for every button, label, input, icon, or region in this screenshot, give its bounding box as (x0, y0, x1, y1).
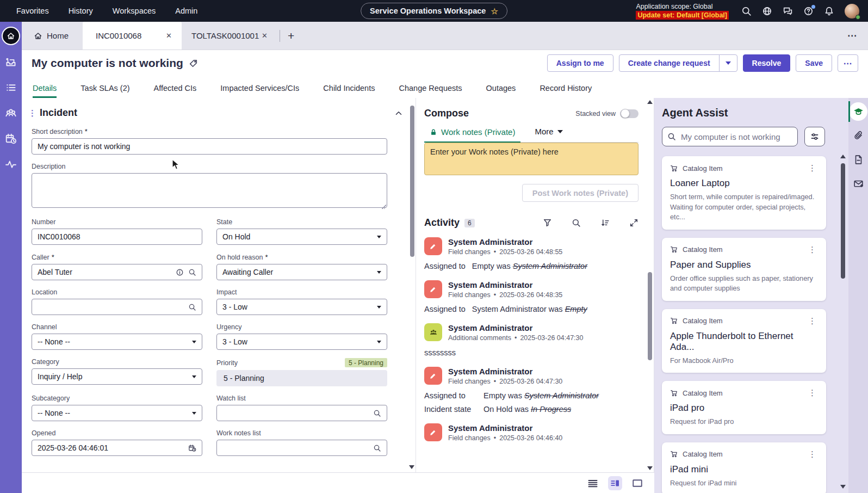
close-tab-icon[interactable]: ✕ (259, 30, 270, 41)
view-list-icon[interactable] (586, 476, 600, 490)
card-title[interactable]: Loaner Laptop (670, 178, 818, 189)
catalog-item-card[interactable]: Catalog Item ⋮ iPad pro Request for iPad… (662, 381, 826, 434)
category-select[interactable]: Inquiry / Help (32, 368, 202, 385)
watch-list-field[interactable] (216, 405, 387, 421)
tab-record-history[interactable]: Record History (540, 84, 592, 98)
tab-change-requests[interactable]: Change Requests (399, 84, 462, 98)
filter-icon[interactable] (543, 218, 552, 227)
opened-field[interactable]: 2025-03-26 04:46:01 (32, 440, 202, 456)
card-menu-icon[interactable]: ⋮ (807, 316, 818, 326)
tab-home[interactable]: Home (22, 22, 83, 50)
tab-toltask0001001[interactable]: TOLTASK0001001 ✕ (182, 22, 275, 50)
drag-handle-icon[interactable]: ⋮ (28, 108, 35, 118)
sidebar-schedule-icon[interactable] (5, 133, 17, 145)
new-tab-button[interactable]: + (284, 29, 297, 42)
search-icon[interactable] (373, 409, 381, 417)
rail-attachments-icon[interactable] (849, 126, 867, 145)
create-change-request-button[interactable]: Create change request (619, 54, 720, 72)
card-menu-icon[interactable]: ⋮ (807, 245, 818, 255)
card-title[interactable]: iPad pro (670, 403, 818, 414)
scrollbar-thumb[interactable] (410, 106, 414, 257)
urgency-select[interactable]: 3 - Low (216, 334, 387, 350)
scroll-down-icon[interactable] (840, 485, 846, 489)
scrollbar-thumb[interactable] (841, 163, 845, 279)
close-tab-icon[interactable]: ✕ (164, 30, 174, 41)
activity-author[interactable]: System Administrator (448, 237, 562, 246)
search-icon[interactable] (741, 6, 752, 16)
tag-icon[interactable] (189, 59, 198, 68)
tab-child-incidents[interactable]: Child Incidents (323, 84, 375, 98)
catalog-item-card[interactable]: Catalog Item ⋮ iPad mini Request for iPa… (662, 442, 826, 493)
card-title[interactable]: Apple Thunderbolt to Ethernet Ada... (670, 331, 818, 353)
subcategory-select[interactable]: -- None -- (32, 405, 202, 421)
resize-handle[interactable] (382, 205, 386, 209)
scroll-down-icon[interactable] (647, 466, 653, 470)
caller-field[interactable]: Abel Tuter (32, 264, 202, 280)
compose-more-tab[interactable]: More (520, 127, 568, 142)
rail-agent-assist-icon[interactable] (849, 102, 867, 121)
tab-impacted-services[interactable]: Impacted Services/CIs (220, 84, 299, 98)
impact-select[interactable]: 3 - Low (216, 299, 387, 315)
info-icon[interactable] (176, 268, 184, 276)
activity-author[interactable]: System Administrator (448, 367, 562, 376)
scroll-up-icon[interactable] (647, 100, 653, 104)
sidebar-home-icon[interactable] (2, 27, 20, 45)
card-menu-icon[interactable]: ⋮ (807, 388, 818, 398)
calendar-icon[interactable] (188, 444, 196, 452)
save-button[interactable]: Save (796, 54, 832, 72)
catalog-item-card[interactable]: Catalog Item ⋮ Paper and Supplies Order … (662, 238, 826, 301)
agent-assist-search-input[interactable] (662, 127, 798, 146)
agent-assist-settings-button[interactable] (804, 127, 825, 146)
form-scrollbar[interactable] (409, 100, 415, 470)
nav-favorites[interactable]: Favorites (16, 7, 49, 15)
search-icon[interactable] (373, 444, 381, 452)
rail-email-icon[interactable] (849, 174, 867, 193)
catalog-item-card[interactable]: Catalog Item ⋮ Loaner Laptop Short term,… (662, 156, 826, 230)
view-split-icon[interactable] (608, 476, 622, 490)
scroll-down-icon[interactable] (409, 465, 414, 469)
card-title[interactable]: Paper and Supplies (670, 260, 818, 270)
assign-to-me-button[interactable]: Assign to me (547, 54, 613, 72)
change-request-dropdown-button[interactable] (719, 54, 737, 72)
search-icon[interactable] (188, 268, 196, 276)
card-title[interactable]: iPad mini (670, 464, 818, 475)
sidebar-contacts-icon[interactable] (5, 107, 17, 119)
sidebar-activity-icon[interactable] (5, 158, 17, 170)
collapse-section-icon[interactable] (394, 108, 404, 118)
description-input[interactable] (32, 173, 387, 208)
work-notes-input[interactable] (424, 143, 638, 175)
user-avatar[interactable] (845, 4, 859, 19)
tab-details[interactable]: Details (33, 84, 57, 98)
globe-icon[interactable] (762, 6, 772, 16)
nav-admin[interactable]: Admin (175, 7, 197, 15)
short-description-input[interactable]: My computer is not working (32, 138, 387, 155)
catalog-item-card[interactable]: Catalog Item ⋮ Apple Thunderbolt to Ethe… (662, 309, 826, 373)
compose-tab-work-notes[interactable]: Work notes (Private) (424, 127, 520, 143)
sidebar-lists-icon[interactable] (5, 82, 17, 94)
stacked-view-toggle[interactable] (620, 109, 638, 118)
card-menu-icon[interactable]: ⋮ (807, 163, 818, 173)
nav-history[interactable]: History (69, 7, 93, 15)
search-icon[interactable] (572, 218, 581, 227)
scroll-up-icon[interactable] (840, 155, 846, 158)
number-field[interactable]: INC0010068 (32, 229, 202, 245)
tab-outages[interactable]: Outages (486, 84, 516, 98)
rail-document-icon[interactable] (849, 150, 867, 169)
tab-affected-cis[interactable]: Affected CIs (154, 84, 197, 98)
work-notes-list-field[interactable] (216, 440, 387, 456)
nav-workspaces[interactable]: Workspaces (113, 7, 156, 15)
state-select[interactable]: On Hold (216, 229, 387, 245)
sidebar-inbox-icon[interactable] (5, 56, 17, 68)
resolve-button[interactable]: Resolve (743, 54, 791, 72)
sort-icon[interactable] (600, 218, 610, 227)
location-field[interactable] (32, 299, 202, 315)
scrollbar-thumb[interactable] (648, 272, 652, 360)
channel-select[interactable]: -- None -- (32, 334, 202, 350)
agent-assist-scrollbar[interactable] (840, 155, 846, 490)
card-menu-icon[interactable]: ⋮ (807, 449, 818, 459)
on-hold-reason-select[interactable]: Awaiting Caller (216, 264, 387, 280)
favorite-star-icon[interactable]: ☆ (491, 7, 498, 15)
activity-author[interactable]: System Administrator (448, 423, 562, 433)
search-icon[interactable] (188, 303, 196, 311)
activity-author[interactable]: System Administrator (448, 323, 584, 332)
